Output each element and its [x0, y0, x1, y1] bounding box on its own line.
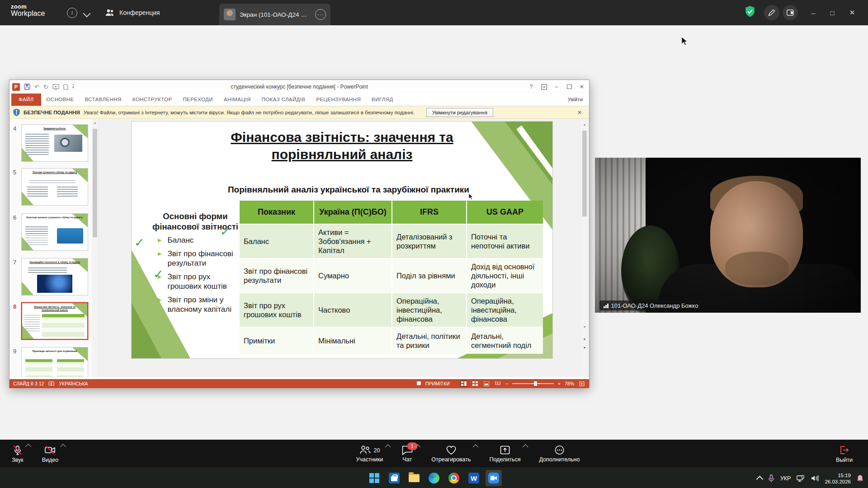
tab-insert[interactable]: ВСТАВЛЕННЯ [80, 94, 127, 106]
participants-chevron-icon[interactable] [385, 444, 391, 450]
info-icon[interactable]: i [67, 8, 77, 18]
participants-button[interactable]: 20 Участники [356, 445, 383, 463]
zoom-in-icon[interactable]: + [558, 381, 561, 386]
tab-screen-share[interactable]: Экран (101-ОАО-Д24 Олександр ··· [219, 4, 330, 25]
close-button[interactable]: ✕ [844, 5, 860, 20]
slide-sorter-view-icon[interactable] [472, 380, 479, 387]
current-slide[interactable]: Фінансова звітність: значення та порівня… [132, 122, 552, 358]
speaker-icon[interactable] [811, 475, 819, 482]
undo-icon[interactable]: ↶ [34, 84, 39, 90]
protected-view-shield-icon [13, 108, 20, 116]
help-icon[interactable]: ? [525, 80, 538, 94]
next-slide-button[interactable]: ▼ [581, 344, 588, 351]
notes-toggle[interactable]: ПРИМІТКИ [425, 381, 450, 386]
scroll-up-icon[interactable]: ▲ [92, 119, 98, 126]
network-icon[interactable] [797, 475, 805, 482]
video-options-chevron-icon[interactable] [60, 444, 66, 450]
tab-home[interactable]: ОСНОВНЕ [41, 94, 80, 106]
security-shield-icon[interactable] [744, 5, 756, 19]
start-button[interactable] [366, 470, 382, 486]
audio-button[interactable]: Звук [12, 445, 24, 463]
word-icon[interactable]: W [466, 470, 482, 486]
scrollbar-thumb[interactable] [582, 131, 587, 216]
react-chevron-icon[interactable] [473, 444, 479, 450]
tab-design[interactable]: КОНСТРУКТОР [127, 94, 178, 106]
scroll-down-icon[interactable]: ▼ [581, 323, 588, 330]
tray-mic-icon[interactable] [768, 474, 774, 483]
slide-scrollbar[interactable]: ▲ ▼ ▲ ▼ [581, 119, 588, 377]
share-chevron-icon[interactable] [523, 444, 528, 450]
video-button[interactable]: Видео [42, 445, 59, 463]
checkmark-icon: ✓ [134, 235, 145, 250]
zoom-out-icon[interactable]: − [505, 381, 508, 386]
thumbnail-scrollbar[interactable]: ▲ [92, 119, 98, 377]
spellcheck-icon[interactable] [48, 381, 54, 386]
chevron-down-icon[interactable] [83, 10, 91, 18]
redo-icon[interactable]: ↻ [43, 84, 48, 90]
tab-view[interactable]: ВИГЛЯД [366, 94, 399, 106]
audio-options-chevron-icon[interactable] [25, 444, 31, 450]
tray-expand-chevron-icon[interactable] [756, 476, 764, 483]
ppt-minimize-button[interactable]: – [550, 80, 563, 94]
chat-button[interactable]: 1 Чат [401, 445, 413, 463]
audio-level-icon [604, 303, 609, 308]
zoom-app-icon[interactable] [486, 470, 502, 486]
scrollbar-thumb[interactable] [93, 129, 97, 237]
tab-review[interactable]: РЕЦЕНЗУВАННЯ [311, 94, 366, 106]
leave-meeting-button[interactable]: Выйти [836, 442, 853, 465]
tab-more-icon[interactable]: ··· [315, 9, 326, 20]
zoom-slider-knob[interactable] [534, 381, 537, 386]
language-indicator[interactable]: УКРАЇНСЬКА [59, 381, 88, 386]
share-button[interactable]: Поделиться [489, 445, 520, 463]
ppt-restore-button[interactable] [563, 80, 576, 94]
tab-animations[interactable]: АНІМАЦІЯ [218, 94, 256, 106]
thumbnail-slide-8-selected[interactable]: Фінансова звітність: значення та порівня… [21, 302, 88, 340]
customize-qat-icon[interactable]: ▾ [72, 84, 75, 89]
previous-slide-button[interactable]: ▲ [581, 335, 588, 342]
thumbnail-slide-4[interactable]: Завдання роботи: [21, 124, 88, 162]
fit-slide-icon[interactable] [578, 380, 585, 387]
start-slideshow-icon[interactable] [52, 84, 59, 90]
tab-file[interactable]: ФАЙЛ [11, 94, 41, 106]
save-icon[interactable] [24, 84, 30, 90]
thumb-title: Основи сучасного обліку та аудиту [24, 171, 85, 174]
thumbnail-slide-7[interactable]: Інноваційні технології в обліку та аудит… [21, 258, 88, 296]
layout-panel-icon[interactable] [783, 5, 798, 20]
thumbnail-slide-9[interactable]: Приклади звітності для порівняння [21, 347, 88, 377]
zoom-level[interactable]: 78% [565, 381, 574, 386]
enable-editing-button[interactable]: Увімкнути редагування [426, 108, 493, 117]
taskbar-clock[interactable]: 15:19 26.03.2026 [825, 472, 851, 485]
tab-slideshow[interactable]: ПОКАЗ СЛАЙДІВ [256, 94, 311, 106]
banner-close-icon[interactable]: ✕ [577, 109, 582, 116]
scroll-up-icon[interactable]: ▲ [581, 121, 588, 128]
more-button[interactable]: Дополнительно [539, 445, 580, 463]
store-icon[interactable] [386, 470, 402, 486]
zoom-slider[interactable] [512, 383, 554, 384]
minimize-button[interactable]: – [806, 5, 821, 20]
sign-in-link[interactable]: Увійти [568, 94, 583, 106]
slideshow-view-icon[interactable] [494, 380, 501, 387]
table-cell: Деталізований з розкриттям [392, 225, 466, 258]
thumbnail-slide-6[interactable]: Ключові аспекти сучасного обліку та ауди… [21, 213, 88, 251]
ppt-close-button[interactable]: ✕ [576, 80, 588, 94]
reading-view-icon[interactable] [483, 380, 490, 387]
heart-icon [445, 445, 457, 455]
maximize-button[interactable]: □ [825, 5, 840, 20]
ribbon-display-options-icon[interactable] [538, 80, 550, 94]
normal-view-icon[interactable] [460, 380, 467, 387]
new-document-icon[interactable] [63, 84, 68, 90]
chrome-icon[interactable] [446, 470, 462, 486]
thumb-number: 8 [13, 303, 20, 310]
participants-label: Участники [356, 456, 383, 463]
thumbnail-slide-5[interactable]: Основи сучасного обліку та аудиту [21, 168, 88, 206]
participant-video-tile[interactable]: 101-ОАО-Д24 Олександр Божко [595, 158, 861, 313]
language-indicator[interactable]: УКР [780, 475, 791, 482]
file-explorer-icon[interactable] [406, 470, 422, 486]
thumb-title: Ключові аспекти сучасного обліку та ауди… [24, 216, 85, 219]
notification-bell-icon[interactable] [857, 474, 863, 482]
tab-conference[interactable]: Конференция [105, 6, 160, 19]
edge-icon[interactable] [426, 470, 442, 486]
tab-transitions[interactable]: ПЕРЕХОДИ [177, 94, 218, 106]
annotate-pencil-icon[interactable] [764, 5, 779, 20]
react-button[interactable]: Отреагировать [431, 445, 471, 463]
